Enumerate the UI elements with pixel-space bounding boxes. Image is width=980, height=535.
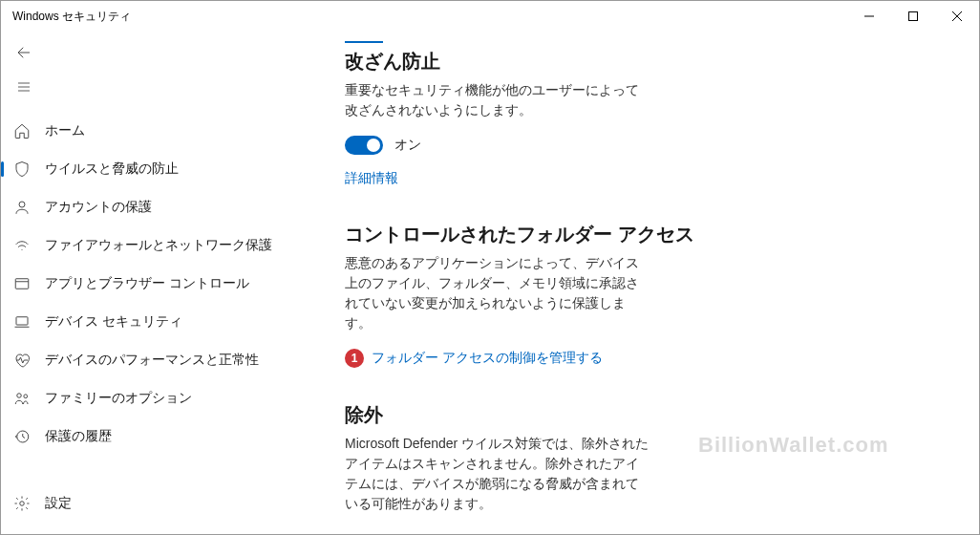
svg-point-13 [24,395,28,398]
home-icon [12,121,32,140]
manage-folder-link[interactable]: フォルダー アクセスの制御を管理する [372,350,603,367]
section-controlled-folder: コントロールされたフォルダー アクセス 悪意のあるアプリケーションによって、デバ… [345,222,941,368]
toggle-label: オン [394,137,421,154]
close-button[interactable] [935,1,979,32]
svg-point-15 [20,502,25,506]
sidebar-item-history[interactable]: 保護の履歴 [1,417,297,456]
svg-point-7 [19,202,25,207]
sidebar-item-label: ファイアウォールとネットワーク保護 [45,237,272,254]
sidebar-item-app-browser[interactable]: アプリとブラウザー コントロール [1,265,297,303]
section-desc: 重要なセキュリティ機能が他のユーザーによって改ざんされないようにします。 [345,80,650,120]
wifi-icon [12,236,32,255]
sidebar-bottom: 設定 [1,484,297,534]
sidebar-item-label: デバイス セキュリティ [45,313,182,331]
sidebar-top [1,35,297,112]
section-title: 改ざん防止 [345,49,941,75]
section-exclusions: 除外 Microsoft Defender ウイルス対策では、除外されたアイテム… [345,402,941,514]
svg-rect-10 [16,317,28,325]
accent-line [345,41,383,43]
section-desc: Microsoft Defender ウイルス対策では、除外されたアイテムはスキ… [345,434,650,514]
section-title: コントロールされたフォルダー アクセス [345,222,941,247]
window-title: Windows セキュリティ [12,9,131,25]
sidebar-item-label: アカウントの保護 [45,199,152,216]
sidebar-list: ホーム ウイルスと脅威の防止 アカウントの保護 ファイアウォールとネットワーク保… [1,112,297,484]
sidebar-item-label: アプリとブラウザー コントロール [45,275,249,292]
svg-rect-1 [909,12,918,21]
sidebar-item-label: デバイスのパフォーマンスと正常性 [45,352,259,369]
person-icon [12,198,32,217]
svg-rect-8 [15,279,29,289]
menu-button[interactable] [5,70,43,104]
back-button[interactable] [5,35,43,70]
titlebar: Windows セキュリティ [1,1,979,32]
window-controls [847,1,979,32]
shield-icon [12,160,32,179]
minimize-button[interactable] [847,1,891,32]
maximize-button[interactable] [891,1,935,32]
content: 改ざん防止 重要なセキュリティ機能が他のユーザーによって改ざんされないようにしま… [297,32,979,534]
sidebar-item-device-health[interactable]: デバイスのパフォーマンスと正常性 [1,341,297,379]
sidebar-item-firewall[interactable]: ファイアウォールとネットワーク保護 [1,226,297,265]
sidebar-item-home[interactable]: ホーム [1,112,297,150]
sidebar-item-device-security[interactable]: デバイス セキュリティ [1,303,297,341]
sidebar-item-settings[interactable]: 設定 [1,484,297,523]
manage-link-row: 1 フォルダー アクセスの制御を管理する [345,349,941,368]
sidebar-item-label: 設定 [45,495,72,512]
window-icon [12,274,32,293]
toggle-row: オン [345,136,941,155]
sidebar-item-family[interactable]: ファミリーのオプション [1,379,297,417]
section-desc: 悪意のあるアプリケーションによって、デバイス上のファイル、フォルダー、メモリ領域… [345,253,650,333]
sidebar-item-account[interactable]: アカウントの保護 [1,188,297,226]
svg-point-12 [17,394,22,398]
gear-icon [12,494,32,513]
heart-icon [12,351,32,370]
sidebar-item-virus[interactable]: ウイルスと脅威の防止 [1,150,297,188]
section-tamper-protection: 改ざん防止 重要なセキュリティ機能が他のユーザーによって改ざんされないようにしま… [345,49,941,187]
sidebar-item-label: ホーム [45,122,85,139]
history-icon [12,427,32,446]
step-badge: 1 [345,349,364,368]
sidebar-item-label: ファミリーのオプション [45,390,192,407]
sidebar-item-label: 保護の履歴 [45,428,112,445]
section-title: 除外 [345,402,941,428]
sidebar-item-label: ウイルスと脅威の防止 [45,160,179,178]
sidebar: ホーム ウイルスと脅威の防止 アカウントの保護 ファイアウォールとネットワーク保… [1,32,297,534]
family-icon [12,389,32,408]
app-body: ホーム ウイルスと脅威の防止 アカウントの保護 ファイアウォールとネットワーク保… [1,32,979,534]
details-link[interactable]: 詳細情報 [345,170,398,187]
laptop-icon [12,312,32,332]
tamper-toggle[interactable] [345,136,383,155]
